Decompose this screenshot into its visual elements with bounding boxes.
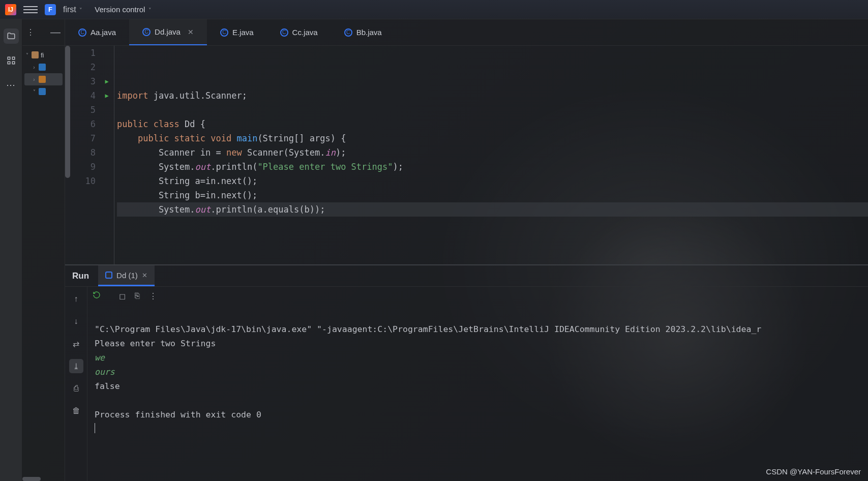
code-line[interactable]: import java.util.Scanner; [117, 88, 868, 103]
line-numbers: 12345678910 [65, 46, 100, 264]
project-tree[interactable]: ⋮ — ˅fi››˅ [22, 19, 65, 481]
tree-row[interactable]: › [24, 73, 63, 85]
code-line[interactable] [117, 103, 868, 117]
tree-label: fi [41, 51, 44, 59]
class-icon: C [344, 28, 352, 37]
gutter-icons: ▶▶ [100, 46, 114, 264]
project-name-label: first [63, 5, 76, 14]
rerun-icon [93, 291, 101, 299]
exit-icon: ⎘ [135, 291, 140, 300]
editor-tab[interactable]: CE.java [207, 19, 267, 45]
wrap-icon: ⇄ [73, 339, 79, 349]
structure-tool-button[interactable] [4, 53, 19, 68]
soft-wrap-button[interactable]: ⇄ [69, 337, 83, 351]
console-input-1: we [95, 353, 105, 363]
run-panel-header: Run Dd (1) ✕ [65, 265, 868, 287]
caret-icon: › [32, 77, 37, 82]
project-tool-button[interactable] [4, 28, 19, 44]
code-line[interactable]: System.out.println(a.equals(b)); [117, 202, 868, 217]
gutter-cell [100, 60, 114, 74]
close-icon[interactable]: ✕ [142, 272, 147, 279]
class-icon: C [78, 28, 86, 37]
gutter-cell [100, 131, 114, 145]
print-icon: ⎙ [74, 384, 79, 393]
more-icon: ⋯ [6, 79, 16, 91]
tab-label: Bb.java [356, 28, 382, 37]
gutter-cell [100, 103, 114, 117]
editor-tab[interactable]: CBb.java [331, 19, 395, 45]
code-line[interactable] [117, 217, 868, 231]
gutter-cell[interactable]: ▶ [100, 74, 114, 88]
file-icon [39, 76, 46, 83]
editor-tab[interactable]: CDd.java✕ [129, 19, 207, 45]
structure-icon [7, 56, 16, 65]
tree-scrollbar[interactable] [22, 477, 41, 481]
close-icon[interactable]: ✕ [188, 28, 194, 36]
tab-label: Aa.java [91, 28, 116, 37]
editor-scrollbar[interactable] [65, 46, 70, 178]
code-line[interactable]: String b=in.next(); [117, 188, 868, 202]
gutter-cell[interactable]: ▶ [100, 88, 114, 103]
code-editor[interactable]: 12345678910 ▶▶ import java.util.Scanner;… [65, 46, 868, 264]
run-gutter-icon: ▶ [105, 74, 108, 88]
svg-rect-0 [8, 57, 10, 59]
editor-tab[interactable]: CCc.java [267, 19, 331, 45]
code-line[interactable]: Scanner in = new Scanner(System.in); [117, 145, 868, 160]
minimize-icon[interactable]: — [50, 26, 61, 38]
exit-button[interactable]: ⎘ [135, 291, 140, 300]
editor-tabs: CAa.javaCDd.java✕CE.javaCCc.javaCBb.java [65, 19, 868, 46]
console-cmd: "C:\Program Files\Java\jdk-17\bin\java.e… [95, 324, 761, 334]
caret-icon: ˅ [24, 52, 29, 58]
more-run-button[interactable]: ⋮ [149, 291, 157, 301]
run-config-icon [105, 272, 112, 279]
code-line[interactable]: String a=in.next(); [117, 174, 868, 188]
code-line[interactable]: public static void main(String[] args) { [117, 131, 868, 145]
rerun-button[interactable] [93, 291, 101, 301]
version-control-label: Version control [95, 5, 145, 14]
caret-icon: ˅ [32, 89, 37, 95]
console-exit: Process finished with exit code 0 [95, 410, 261, 419]
gutter-cell [100, 117, 114, 131]
project-badge[interactable]: F [45, 4, 56, 15]
editor-tab[interactable]: CAa.java [65, 19, 129, 45]
project-tree-header: ⋮ — [22, 19, 65, 46]
clear-button[interactable]: 🗑 [69, 404, 83, 418]
code-area[interactable]: import java.util.Scanner; public class D… [114, 46, 868, 264]
console-result: false [95, 381, 120, 391]
code-line[interactable]: System.out.println("Please enter two Str… [117, 160, 868, 174]
camera-button[interactable]: ◻ [119, 291, 126, 301]
hamburger-menu-icon[interactable] [23, 3, 38, 17]
scroll-to-end-button[interactable]: ⤓ [69, 359, 83, 373]
run-content: ◻ ⎘ ⋮ "C:\Program Files\Java\jdk-17\bin\… [87, 287, 868, 481]
scroll-down-button[interactable]: ↓ [69, 314, 83, 328]
svg-rect-3 [12, 62, 15, 64]
project-name[interactable]: first ˅ [63, 5, 82, 14]
more-tools-button[interactable]: ⋯ [4, 77, 19, 93]
code-line[interactable]: public class Dd { [117, 117, 868, 131]
folder-icon [7, 32, 16, 41]
gutter: 12345678910 ▶▶ [65, 46, 114, 264]
svg-rect-2 [8, 62, 10, 64]
run-gutter-icon: ▶ [105, 88, 108, 103]
kebab-icon[interactable]: ⋮ [26, 27, 35, 37]
scroll-up-button[interactable]: ↑ [69, 292, 83, 306]
app-icon: IJ [5, 4, 16, 15]
chevron-down-icon: ˅ [79, 7, 82, 13]
trash-icon: 🗑 [72, 406, 80, 415]
run-body: ↑ ↓ ⇄ ⤓ ⎙ 🗑 ◻ ⎘ ⋮ [65, 287, 868, 481]
print-button[interactable]: ⎙ [69, 381, 83, 396]
file-icon [39, 88, 46, 95]
tree-row[interactable]: ˅fi [24, 49, 63, 61]
console-cursor [95, 423, 95, 433]
run-config-tab[interactable]: Dd (1) ✕ [98, 265, 155, 286]
console-output[interactable]: "C:\Program Files\Java\jdk-17\bin\java.e… [87, 305, 868, 481]
tree-row[interactable]: ˅ [24, 85, 63, 98]
class-icon: C [280, 28, 288, 37]
run-panel: Run Dd (1) ✕ ↑ ↓ ⇄ ⤓ ⎙ 🗑 [65, 264, 868, 481]
version-control-menu[interactable]: Version control ˅ [95, 5, 151, 14]
arrow-down-icon: ↓ [74, 317, 78, 326]
tab-label: Dd.java [155, 27, 181, 36]
tree-row[interactable]: › [24, 61, 63, 73]
run-side-rail: ↑ ↓ ⇄ ⤓ ⎙ 🗑 [65, 287, 87, 481]
caret-icon: › [32, 65, 37, 70]
